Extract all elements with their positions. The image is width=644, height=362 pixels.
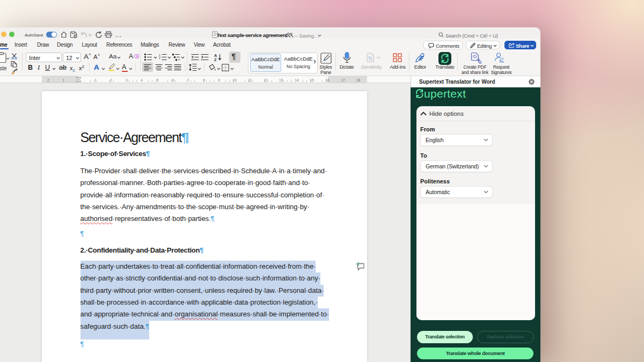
svg-text:Z: Z: [214, 57, 217, 62]
svg-text:2: 2: [159, 56, 160, 60]
